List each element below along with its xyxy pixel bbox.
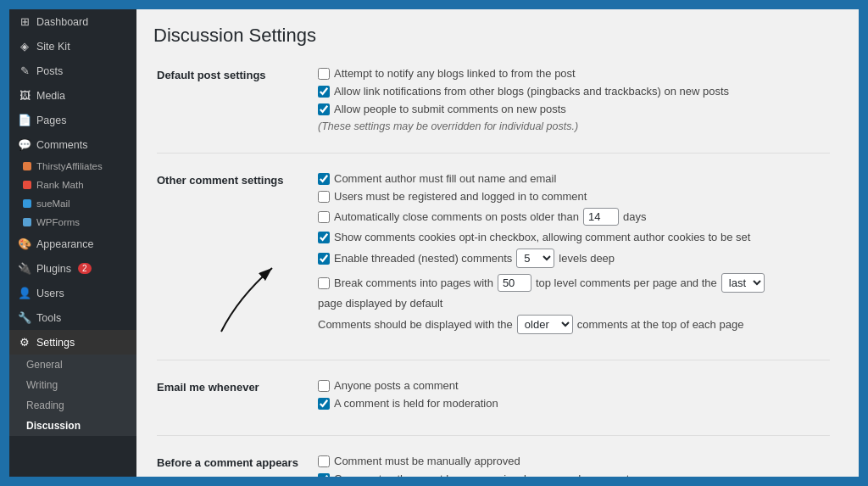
label-link-notifications: Allow link notifications from other blog…	[334, 85, 729, 98]
checkbox-link-notifications[interactable]	[318, 86, 330, 98]
suffix-threaded: levels deep	[559, 252, 615, 265]
suffix-paged: page displayed by default	[318, 297, 442, 310]
field-author-fill: Comment author must fill out name and em…	[318, 172, 838, 185]
label-cookies: Show comments cookies opt-in checkbox, a…	[334, 231, 750, 243]
sidebar-item-dashboard[interactable]: ⊞ Dashboard	[9, 9, 136, 34]
settings-icon: ⚙	[18, 336, 31, 349]
default-post-fields: Attempt to notify any blogs linked to fr…	[314, 62, 842, 137]
sidebar-label-appearance: Appearance	[36, 238, 93, 250]
checkbox-threaded[interactable]	[318, 253, 330, 265]
wp-admin-frame: ⊞ Dashboard ◈ Site Kit ✎ Posts 🖼 Media 📄…	[7, 7, 861, 479]
rankmath-icon	[23, 181, 31, 189]
sidebar-item-plugins[interactable]: 🔌 Plugins 2	[9, 256, 136, 281]
sidebar-item-rankmath[interactable]: Rank Math	[9, 176, 136, 194]
other-comment-heading: Other comment settings	[153, 167, 314, 344]
checkbox-manually-approved[interactable]	[318, 455, 330, 467]
field-held-moderation: A comment is held for moderation	[318, 397, 838, 410]
sidebar-item-wpforms[interactable]: WPForms	[9, 213, 136, 232]
field-notify-blogs: Attempt to notify any blogs linked to fr…	[318, 67, 838, 80]
label-author-fill: Comment author must fill out name and em…	[334, 172, 556, 185]
submenu-discussion[interactable]: Discussion	[9, 416, 136, 436]
checkbox-previously-approved[interactable]	[318, 473, 330, 477]
sidebar-item-appearance[interactable]: 🎨 Appearance	[9, 232, 136, 256]
label-registered-only: Users must be registered and logged in t…	[334, 190, 587, 203]
checkbox-cookies[interactable]	[318, 232, 330, 243]
comments-icon: 💬	[18, 138, 31, 151]
sidebar-item-suemail[interactable]: sueMail	[9, 194, 136, 213]
input-paged-count[interactable]	[498, 274, 531, 292]
submenu-general[interactable]: General	[9, 355, 136, 375]
sidebar-label-rankmath: Rank Math	[36, 180, 84, 190]
sidebar-label-users: Users	[36, 288, 64, 299]
sidebar: ⊞ Dashboard ◈ Site Kit ✎ Posts 🖼 Media 📄…	[9, 9, 136, 477]
email-whenever-heading: Email me whenever	[153, 374, 314, 420]
label-allow-comments: Allow people to submit comments on new p…	[334, 103, 566, 115]
field-threaded: Enable threaded (nested) comments 123456…	[318, 249, 838, 268]
sidebar-label-media: Media	[36, 90, 65, 102]
label-notify-blogs: Attempt to notify any blogs linked to fr…	[334, 67, 576, 80]
before-appears-section: Before a comment appears Comment must be…	[153, 450, 842, 477]
checkbox-registered-only[interactable]	[318, 191, 330, 203]
plugins-badge: 2	[78, 263, 92, 274]
sidebar-label-pages: Pages	[36, 115, 66, 126]
sidebar-item-sitekit[interactable]: ◈ Site Kit	[9, 34, 136, 59]
input-auto-close-days[interactable]	[583, 208, 619, 226]
override-note: (These settings may be overridden for in…	[318, 120, 838, 132]
label-display-order-prefix: Comments should be displayed with the	[318, 318, 513, 331]
other-comment-section: Other comment settings Comment author mu…	[153, 167, 842, 344]
sidebar-label-tools: Tools	[36, 312, 61, 324]
select-paged-order[interactable]: firstlast	[721, 273, 765, 293]
sidebar-item-users[interactable]: 👤 Users	[9, 281, 136, 305]
before-appears-fields: Comment must be manually approved Commen…	[314, 450, 842, 477]
sidebar-label-comments: Comments	[36, 139, 87, 151]
checkbox-held-moderation[interactable]	[318, 398, 330, 410]
plugins-icon: 🔌	[18, 262, 31, 275]
sidebar-label-suemail: sueMail	[36, 198, 70, 209]
sidebar-label-plugins: Plugins	[36, 263, 71, 275]
submenu-reading[interactable]: Reading	[9, 395, 136, 416]
pages-icon: 📄	[18, 114, 31, 126]
default-post-heading: Default post settings	[153, 62, 314, 137]
field-auto-close: Automatically close comments on posts ol…	[318, 208, 838, 226]
posts-icon: ✎	[18, 64, 31, 77]
label-auto-close: Automatically close comments on posts ol…	[334, 210, 579, 223]
field-allow-comments: Allow people to submit comments on new p…	[318, 103, 838, 115]
sidebar-item-posts[interactable]: ✎ Posts	[9, 59, 136, 83]
checkbox-auto-close[interactable]	[318, 211, 330, 223]
page-title: Discussion Settings	[153, 25, 842, 47]
email-whenever-section: Email me whenever Anyone posts a comment…	[153, 374, 842, 420]
wpforms-icon	[23, 218, 31, 226]
settings-table: Default post settings Attempt to notify …	[153, 62, 842, 477]
sidebar-item-media[interactable]: 🖼 Media	[9, 83, 136, 108]
checkbox-notify-blogs[interactable]	[318, 68, 330, 80]
select-threaded-depth[interactable]: 12345678910	[516, 249, 554, 268]
default-post-section: Default post settings Attempt to notify …	[153, 62, 842, 137]
sidebar-item-comments[interactable]: 💬 Comments	[9, 132, 136, 157]
label-threaded: Enable threaded (nested) comments	[334, 252, 512, 265]
before-appears-heading: Before a comment appears	[153, 450, 314, 477]
sidebar-label-thirstyaffiliates: ThirstyAffiliates	[36, 161, 103, 171]
select-display-order[interactable]: oldernewer	[517, 315, 573, 334]
appearance-icon: 🎨	[18, 237, 31, 250]
checkbox-paged[interactable]	[318, 277, 330, 289]
checkbox-allow-comments[interactable]	[318, 103, 330, 115]
suemail-icon	[23, 199, 31, 208]
submenu-writing[interactable]: Writing	[9, 375, 136, 395]
thirstyaffiliates-icon	[23, 162, 31, 170]
main-content: Discussion Settings Default post setting…	[136, 9, 859, 477]
field-cookies: Show comments cookies opt-in checkbox, a…	[318, 231, 838, 243]
suffix-auto-close: days	[623, 210, 646, 223]
sidebar-item-thirstyaffiliates[interactable]: ThirstyAffiliates	[9, 157, 136, 176]
sidebar-item-settings[interactable]: ⚙ Settings	[9, 330, 136, 355]
checkbox-anyone-posts[interactable]	[318, 380, 330, 392]
checkbox-author-fill[interactable]	[318, 173, 330, 185]
sidebar-label-posts: Posts	[36, 65, 63, 77]
tools-icon: 🔧	[18, 311, 31, 324]
sidebar-label-settings: Settings	[36, 337, 75, 349]
sidebar-label-dashboard: Dashboard	[36, 16, 88, 28]
label-manually-approved: Comment must be manually approved	[334, 455, 520, 467]
label-held-moderation: A comment is held for moderation	[334, 397, 498, 410]
sidebar-item-tools[interactable]: 🔧 Tools	[9, 305, 136, 330]
label-paged: Break comments into pages with	[334, 277, 493, 289]
sidebar-item-pages[interactable]: 📄 Pages	[9, 108, 136, 132]
